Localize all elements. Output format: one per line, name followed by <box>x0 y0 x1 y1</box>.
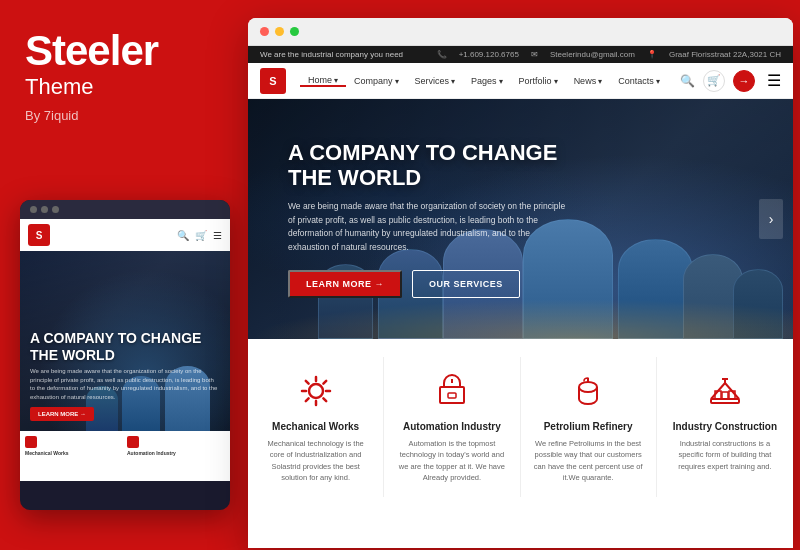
nav-company-chevron <box>395 76 399 86</box>
ground-glow <box>248 299 793 339</box>
slider-next-arrow[interactable]: › <box>759 199 783 239</box>
mobile-services: Mechanical Works Automation Industry <box>20 431 230 481</box>
nav-utility-icons: 🔍 🛒 → ☰ <box>680 70 781 92</box>
hero-content: A COMPANY TO CHANGE THE WORLD We are bei… <box>248 140 568 299</box>
nav-news-label: News <box>574 76 597 86</box>
mobile-hero-text: A COMPANY TO CHANGE THE WORLD We are bei… <box>30 330 220 421</box>
brand-subtitle: Theme <box>25 74 215 100</box>
nav-home-chevron <box>334 75 338 85</box>
search-icon[interactable]: 🔍 <box>680 74 695 88</box>
browser-dot-yellow[interactable] <box>275 27 284 36</box>
nav-services-chevron <box>451 76 455 86</box>
browser-window: We are the industrial company you need 📞… <box>248 18 793 548</box>
site-navigation: S Home Company Services Pages Portfolio <box>248 63 793 99</box>
our-services-button[interactable]: OUR SERVICES <box>412 270 520 298</box>
service-desc-1: Mechanical technology is the core of Ind… <box>260 438 371 483</box>
nav-contacts-label: Contacts <box>618 76 654 86</box>
mobile-hero-title: A COMPANY TO CHANGE THE WORLD <box>30 330 220 364</box>
left-panel: Steeler Theme By 7iquid S 🔍 🛒 ☰ <box>0 0 240 550</box>
site-topbar: We are the industrial company you need 📞… <box>248 46 793 63</box>
svg-rect-1 <box>440 387 464 403</box>
topbar-contact: 📞 +1.609.120.6765 ✉ Steelerindu@gmail.co… <box>437 50 781 59</box>
svg-point-0 <box>309 384 323 398</box>
service-card-4: Industry Construction Industrial constru… <box>657 357 793 497</box>
mobile-search-icon: 🔍 <box>177 230 189 241</box>
browser-dot-red[interactable] <box>260 27 269 36</box>
mobile-titlebar <box>20 200 230 219</box>
topbar-phone: +1.609.120.6765 <box>459 50 519 59</box>
mobile-service-icon-2 <box>127 436 139 448</box>
service-desc-3: We refine Petroliums in the best possibl… <box>533 438 644 483</box>
svg-rect-9 <box>722 392 728 399</box>
learn-more-button[interactable]: LEARN MORE → <box>288 270 402 298</box>
nav-item-portfolio[interactable]: Portfolio <box>511 75 566 87</box>
mobile-dot-2 <box>41 206 48 213</box>
mobile-cart-icon: 🛒 <box>195 230 207 241</box>
mobile-header: S 🔍 🛒 ☰ <box>20 219 230 251</box>
petrolium-refinery-icon <box>568 371 608 411</box>
service-title-1: Mechanical Works <box>260 421 371 432</box>
mobile-menu-icon: ☰ <box>213 230 222 241</box>
topbar-email-icon: ✉ <box>531 50 538 59</box>
hero-section: A COMPANY TO CHANGE THE WORLD We are bei… <box>248 99 793 339</box>
nav-pages-chevron <box>499 76 503 86</box>
mobile-service-title-1: Mechanical Works <box>25 450 69 456</box>
service-title-3: Petrolium Refinery <box>533 421 644 432</box>
mobile-logo: S <box>28 224 50 246</box>
mobile-dot-1 <box>30 206 37 213</box>
mobile-learn-more-button[interactable]: LEARN MORE → <box>30 407 94 421</box>
nav-item-contacts[interactable]: Contacts <box>610 75 668 87</box>
nav-news-chevron <box>598 76 602 86</box>
nav-portfolio-label: Portfolio <box>519 76 552 86</box>
hero-description: We are being made aware that the organiz… <box>288 200 568 254</box>
nav-items: Home Company Services Pages Portfolio Ne… <box>300 75 680 87</box>
service-title-4: Industry Construction <box>669 421 781 432</box>
mobile-preview: S 🔍 🛒 ☰ A COMPANY TO CHANGE THE WORLD We… <box>20 200 230 510</box>
mobile-service-title-2: Automation Industry <box>127 450 176 456</box>
nav-portfolio-chevron <box>554 76 558 86</box>
nav-contacts-chevron <box>656 76 660 86</box>
mobile-nav-icons: 🔍 🛒 ☰ <box>177 230 222 241</box>
mobile-dot-3 <box>52 206 59 213</box>
nav-services-label: Services <box>415 76 450 86</box>
browser-titlebar <box>248 18 793 46</box>
nav-item-services[interactable]: Services <box>407 75 464 87</box>
service-desc-4: Industrial constructions is a specific f… <box>669 438 781 472</box>
automation-industry-icon <box>432 371 472 411</box>
topbar-address: Graaf Florisstraat 22A,3021 CH <box>669 50 781 59</box>
topbar-tagline: We are the industrial company you need <box>260 50 403 59</box>
topbar-location-icon: 📍 <box>647 50 657 59</box>
topbar-email: Steelerindu@gmail.com <box>550 50 635 59</box>
hamburger-icon[interactable]: ☰ <box>767 71 781 90</box>
topbar-phone-icon: 📞 <box>437 50 447 59</box>
nav-home-label: Home <box>308 75 332 85</box>
service-card-2: Automation Industry Automation is the to… <box>384 357 520 497</box>
mechanical-works-icon <box>296 371 336 411</box>
nav-item-company[interactable]: Company <box>346 75 407 87</box>
nav-pages-label: Pages <box>471 76 497 86</box>
mobile-hero-desc: We are being made aware that the organiz… <box>30 367 220 401</box>
site-logo[interactable]: S <box>260 68 286 94</box>
browser-dot-green[interactable] <box>290 27 299 36</box>
brand-title: Steeler <box>25 30 215 72</box>
svg-point-4 <box>579 382 597 392</box>
mobile-service-1: Mechanical Works <box>25 436 123 476</box>
nav-item-news[interactable]: News <box>566 75 611 87</box>
nav-item-home[interactable]: Home <box>300 75 346 87</box>
svg-rect-2 <box>448 393 456 398</box>
service-desc-2: Automation is the topmost technology in … <box>396 438 507 483</box>
services-section: Mechanical Works Mechanical technology i… <box>248 339 793 497</box>
nav-arrow-button[interactable]: → <box>733 70 755 92</box>
brand-by: By 7iquid <box>25 108 215 123</box>
mobile-hero-section: A COMPANY TO CHANGE THE WORLD We are bei… <box>20 251 230 431</box>
nav-company-label: Company <box>354 76 393 86</box>
industry-construction-icon <box>705 371 745 411</box>
cart-icon[interactable]: 🛒 <box>703 70 725 92</box>
nav-item-pages[interactable]: Pages <box>463 75 511 87</box>
service-card-3: Petrolium Refinery We refine Petroliums … <box>521 357 657 497</box>
hero-buttons: LEARN MORE → OUR SERVICES <box>288 270 568 298</box>
mobile-service-2: Automation Industry <box>127 436 225 476</box>
mobile-service-icon-1 <box>25 436 37 448</box>
hero-title: A COMPANY TO CHANGE THE WORLD <box>288 140 568 191</box>
service-title-2: Automation Industry <box>396 421 507 432</box>
